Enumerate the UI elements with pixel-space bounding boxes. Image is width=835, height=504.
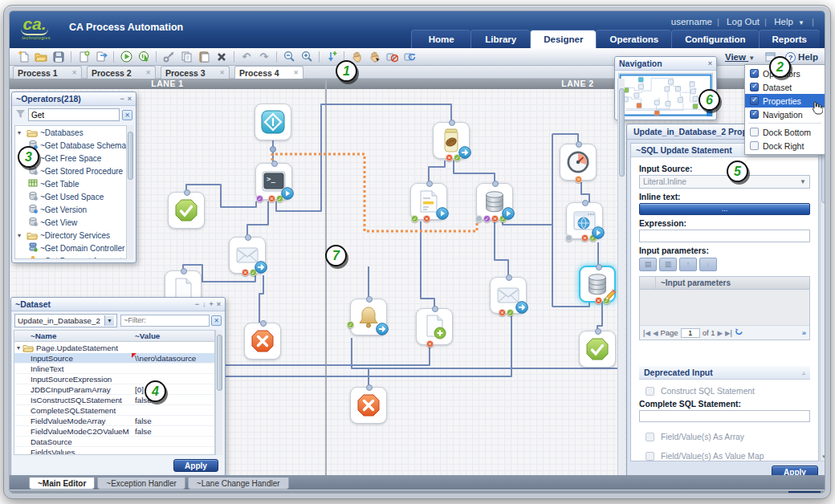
node-update-in-database-2[interactable]: ✕✓: [579, 266, 616, 303]
move-down-button[interactable]: ↓: [699, 258, 717, 271]
scrollbar-thumb[interactable]: [217, 335, 222, 391]
operator-disable-icon[interactable]: [384, 50, 400, 64]
dock-icon[interactable]: ↓: [202, 300, 206, 308]
expander-icon[interactable]: ▾: [18, 232, 24, 239]
dataset-row[interactable]: FieldValueModeC2OValueMfalse: [14, 426, 214, 437]
checkbox-icon[interactable]: [750, 96, 759, 105]
help-link[interactable]: Help: [774, 17, 793, 26]
tree-item[interactable]: ~Get Table: [15, 177, 132, 190]
expander-icon[interactable]: ▾: [17, 344, 20, 352]
checkbox-icon[interactable]: [750, 141, 759, 150]
move-up-button[interactable]: ↑: [679, 258, 697, 271]
process-tab-3[interactable]: Process 3✕: [161, 66, 230, 79]
page-number-input[interactable]: [681, 328, 700, 338]
input-source-select[interactable]: Literal.Inline▼: [639, 175, 810, 189]
inline-text-button[interactable]: ...: [639, 203, 810, 215]
scrollbar-thumb[interactable]: [128, 132, 133, 180]
straighten-icon[interactable]: [324, 50, 340, 64]
process-tab-4[interactable]: Process 4✕: [234, 66, 303, 79]
close-icon[interactable]: ×: [217, 300, 221, 308]
nav-tab-configuration[interactable]: Configuration: [671, 30, 758, 48]
view-menu-item-properties[interactable]: Properties: [745, 94, 825, 108]
node-success-2[interactable]: [579, 331, 616, 368]
node-start[interactable]: [255, 104, 291, 140]
fields-as-array-checkbox[interactable]: [646, 433, 654, 441]
move-icon[interactable]: +: [209, 300, 213, 308]
dataset-scrollbar[interactable]: [215, 330, 222, 455]
first-page-icon[interactable]: |◀: [643, 329, 650, 337]
connector[interactable]: [352, 338, 369, 387]
node-alert-bell[interactable]: ✓: [350, 299, 387, 335]
minimize-icon[interactable]: −: [195, 300, 199, 308]
import-page-icon[interactable]: [93, 50, 109, 64]
properties-scrollbar[interactable]: ▲▼: [820, 143, 825, 461]
editor-tab-lanechangehandler[interactable]: ~Lane Change Handler: [188, 478, 289, 490]
add-parameter-button[interactable]: ▤: [639, 258, 657, 271]
complete-sql-input[interactable]: [639, 410, 810, 422]
link-key-icon[interactable]: [161, 50, 177, 64]
node-query-database[interactable]: ✓✕✓: [476, 183, 513, 220]
dataset-row[interactable]: CompleteSQLStatement: [14, 405, 214, 416]
connector[interactable]: [429, 161, 445, 183]
dataset-row[interactable]: InlineText: [14, 364, 214, 374]
help-button[interactable]: ?Help: [785, 52, 818, 63]
operators-filter-input[interactable]: [28, 108, 120, 121]
expression-input[interactable]: [639, 230, 810, 242]
resume-icon[interactable]: [136, 50, 152, 64]
zoom-out-icon[interactable]: [281, 50, 297, 64]
add-page-icon[interactable]: [75, 50, 92, 64]
checkbox-icon[interactable]: [750, 69, 759, 78]
editor-tab-maineditor[interactable]: ~Main Editor: [29, 478, 95, 490]
view-menu-button[interactable]: View ▼: [725, 52, 755, 62]
close-tab-icon[interactable]: ✕: [145, 69, 151, 76]
minimize-icon[interactable]: −: [120, 95, 124, 103]
tree-item[interactable]: ~Get Dormant Account: [15, 254, 132, 259]
tree-group[interactable]: ▾~Databases: [15, 126, 132, 139]
paste-icon[interactable]: [196, 50, 212, 64]
dataset-row[interactable]: InputSource\\nero\datasource: [14, 353, 214, 364]
dataset-filter-input[interactable]: [120, 315, 210, 327]
tree-group[interactable]: ▾~Directory Services: [15, 229, 132, 242]
node-send-email-1[interactable]: ✕✓: [229, 237, 266, 274]
open-icon[interactable]: [33, 50, 49, 64]
node-create-file-2[interactable]: ✕: [416, 308, 453, 345]
redo-icon[interactable]: ↷: [256, 50, 272, 64]
checkbox-icon[interactable]: [750, 83, 759, 91]
collapse-icon[interactable]: ▵: [802, 369, 805, 376]
refresh-icon[interactable]: [735, 327, 743, 338]
dataset-apply-button[interactable]: Apply: [173, 459, 218, 472]
scrollbar-thumb[interactable]: [821, 152, 825, 203]
node-success-1[interactable]: [168, 192, 205, 229]
connector[interactable]: [495, 222, 508, 277]
node-run-script[interactable]: ✓✕: [410, 183, 447, 220]
delete-icon[interactable]: [214, 50, 230, 64]
connector[interactable]: [503, 222, 552, 225]
dataset-row[interactable]: DataSource: [14, 437, 214, 447]
nav-tab-library[interactable]: Library: [470, 30, 530, 48]
connector[interactable]: [597, 302, 602, 331]
node-abort-2[interactable]: [350, 387, 387, 424]
operator-refresh-icon[interactable]: [401, 50, 418, 64]
pager-more-icon[interactable]: »: [802, 328, 806, 337]
view-menu-item-dock-right[interactable]: Dock Right: [745, 139, 825, 152]
close-icon[interactable]: ×: [128, 95, 132, 103]
copy-icon[interactable]: [178, 50, 194, 64]
expander-icon[interactable]: ▾: [18, 129, 24, 136]
dataset-row[interactable]: IsConstructSQLStatementfalse: [14, 395, 214, 405]
node-invoke-java[interactable]: ✕✓: [433, 122, 470, 159]
dataset-group-row[interactable]: ▾Page.UpdateStatement: [14, 342, 214, 353]
connector[interactable]: [552, 134, 578, 144]
node-send-email-2[interactable]: ✕✓: [490, 277, 527, 314]
tree-item[interactable]: ~Get Used Space: [15, 190, 132, 203]
dataset-row[interactable]: InputSourceExpression: [14, 374, 214, 384]
column-header-name[interactable]: ~Name: [14, 331, 132, 341]
delete-parameter-button[interactable]: ▥: [659, 258, 677, 271]
checkbox-icon[interactable]: [750, 110, 759, 119]
nav-tab-designer[interactable]: Designer: [530, 30, 596, 48]
save-icon[interactable]: [51, 50, 67, 64]
tree-item[interactable]: ~Get View: [15, 216, 132, 229]
node-abort-1[interactable]: [244, 323, 281, 360]
column-header-value[interactable]: ~Value: [132, 331, 214, 341]
connector[interactable]: [259, 275, 263, 323]
process-tab-2[interactable]: Process 2✕: [87, 66, 156, 79]
